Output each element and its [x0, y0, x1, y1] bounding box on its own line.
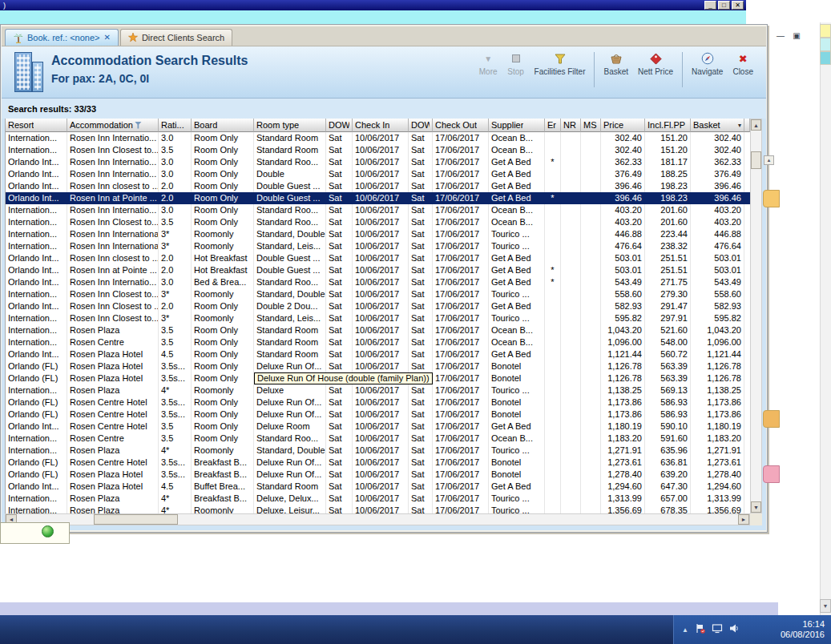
tab-close-icon[interactable]: ✕: [104, 34, 111, 42]
table-row[interactable]: Internation...Rosen Centre3.5Room OnlySt…: [6, 336, 750, 348]
column-header-basket[interactable]: Basket▾: [691, 119, 744, 132]
table-row[interactable]: Internation...Rosen Inn Closest to...3*R…: [6, 288, 750, 300]
table-row-selected[interactable]: Orlando Int...Rosen Inn at Pointe ...2.0…: [6, 192, 750, 204]
table-row[interactable]: Orlando Int...Rosen Inn Closest to ...2.…: [6, 300, 750, 312]
column-header-incl-fl-pp[interactable]: Incl.Fl.PP: [645, 119, 691, 132]
column-header-room-type[interactable]: Room type: [254, 119, 326, 132]
table-row[interactable]: Orlando (FL)Rosen Plaza Hotel3.5s...Room…: [6, 360, 750, 372]
table-row[interactable]: Internation...Rosen Inn International3*R…: [6, 228, 750, 240]
hidden-icons-chevron[interactable]: ▲: [682, 626, 688, 634]
speaker-icon[interactable]: [729, 622, 740, 637]
network-icon[interactable]: [712, 622, 723, 637]
table-cell: 543.49: [691, 276, 744, 288]
table-row[interactable]: Internation...Rosen Plaza4*RoomonlyStand…: [6, 445, 750, 457]
column-header-er[interactable]: Er: [545, 119, 561, 132]
table-cell: Sat: [409, 228, 433, 240]
table-row[interactable]: Internation...Rosen Plaza4*Breakfast B..…: [6, 493, 750, 505]
table-row[interactable]: Orlando Int...Rosen Plaza Hotel4.5Buffet…: [6, 481, 750, 493]
table-cell: [581, 192, 601, 204]
sticky-note-tab[interactable]: [820, 24, 831, 38]
close-window-button[interactable]: ✖ Close: [728, 49, 758, 79]
navigate-button[interactable]: Navigate: [687, 49, 728, 79]
table-cell: 503.01: [691, 252, 744, 264]
tab-direct-clients-search[interactable]: Direct Clients Search: [120, 29, 232, 46]
vertical-scroll-thumb[interactable]: [751, 151, 761, 169]
column-header-dow[interactable]: DOW: [326, 119, 353, 132]
maximize-button[interactable]: □: [718, 1, 730, 10]
table-row[interactable]: Internation...Rosen Inn Closest to...3.5…: [6, 216, 750, 228]
green-status-icon[interactable]: [42, 525, 54, 537]
table-row[interactable]: Orlando Int...Rosen Inn closest to ...2.…: [6, 180, 750, 192]
table-cell: 17/06/2017: [433, 396, 489, 409]
column-header-supplier[interactable]: Supplier: [489, 119, 545, 132]
tray-clock[interactable]: 16:14 06/08/2016: [781, 619, 825, 640]
table-cell: Rosen Centre Hotel: [67, 457, 159, 469]
column-header-accommodation[interactable]: Accommodation: [67, 119, 159, 132]
child-restore-icon[interactable]: ▣: [791, 31, 802, 42]
close-button[interactable]: ✕: [732, 1, 744, 10]
table-row[interactable]: Internation...Rosen Inn Internatio...3.0…: [6, 132, 750, 144]
tab-book-ref[interactable]: Book. ref.: <none> ✕: [5, 29, 119, 46]
column-header-dow[interactable]: DOW: [409, 119, 433, 132]
table-cell: Sat: [409, 505, 433, 513]
column-header-board[interactable]: Board: [192, 119, 254, 132]
column-header-check-out[interactable]: Check Out: [433, 119, 489, 132]
scroll-right-icon[interactable]: ►: [738, 514, 749, 525]
column-header-price[interactable]: Price: [601, 119, 645, 132]
table-cell: Sat: [326, 421, 353, 433]
table-row[interactable]: Internation...Rosen Inn International3*R…: [6, 240, 750, 252]
table-row[interactable]: Internation...Rosen Plaza4*RoomonlyDelux…: [6, 384, 750, 396]
column-header-ms[interactable]: MS: [581, 119, 601, 132]
horizontal-scroll-thumb[interactable]: [94, 514, 178, 525]
scroll-up-icon[interactable]: ▲: [751, 119, 761, 131]
table-row[interactable]: Orlando (FL)Rosen Centre Hotel3.5s...Roo…: [6, 396, 750, 409]
nett-price-button[interactable]: Nett Price: [633, 49, 678, 79]
sticky-note-tab[interactable]: [820, 38, 831, 51]
minimize-button[interactable]: _: [704, 1, 716, 10]
table-row[interactable]: Orlando Int...Rosen Inn Internatio...3.0…: [6, 168, 750, 180]
table-row[interactable]: Orlando Int...Rosen Centre Hotel3.5Room …: [6, 421, 750, 433]
table-row[interactable]: Orlando Int...Rosen Inn at Pointe ...2.0…: [6, 264, 750, 276]
side-sticky-tab[interactable]: [763, 410, 780, 428]
column-header-rati[interactable]: Rati...: [159, 119, 192, 132]
child-minimize-icon[interactable]: —: [775, 31, 786, 42]
table-row[interactable]: Internation...Rosen Centre3.5Room OnlySt…: [6, 433, 750, 445]
table-row[interactable]: Internation...Rosen Inn Internatio...3.0…: [6, 204, 750, 216]
column-header-nr[interactable]: NR: [561, 119, 581, 132]
basket-button[interactable]: Basket: [599, 49, 633, 79]
table-row[interactable]: Orlando Int...Rosen Inn closest to ...2.…: [6, 252, 750, 264]
table-row[interactable]: Orlando (FL)Rosen Centre Hotel3.5s...Bre…: [6, 457, 750, 469]
table-row[interactable]: Internation...Rosen Inn Closest to...3*R…: [6, 312, 750, 324]
facilities-filter-label: Facilities Filter: [535, 67, 586, 76]
facilities-filter-button[interactable]: Facilities Filter: [530, 49, 591, 79]
desktop-scrollbar[interactable]: [820, 22, 831, 615]
table-row[interactable]: Orlando (FL)Rosen Centre Hotel3.5s...Roo…: [6, 409, 750, 421]
table-row[interactable]: Internation...Rosen Plaza3.5Room OnlySta…: [6, 324, 750, 336]
table-row[interactable]: Orlando Int...Rosen Inn Internatio...3.0…: [6, 276, 750, 288]
table-row[interactable]: Orlando Int...Rosen Plaza Hotel4.5Room O…: [6, 348, 750, 360]
table-cell: 297.91: [645, 312, 691, 324]
column-header-resort[interactable]: Resort: [6, 119, 67, 132]
side-sticky-tab[interactable]: [763, 190, 780, 207]
table-row[interactable]: Internation...Rosen Inn Closest to...3.5…: [6, 144, 750, 156]
table-cell: Bonotel: [489, 409, 545, 421]
table-row[interactable]: Orlando Int...Rosen Inn Internatio...3.0…: [6, 156, 750, 168]
side-scroll-up-icon[interactable]: ▲: [764, 155, 774, 165]
desktop-scroll-down-icon[interactable]: ▼: [820, 599, 831, 613]
table-row[interactable]: Internation...Rosen Plaza4*RoomonlyDelux…: [6, 505, 750, 513]
table-row[interactable]: Orlando (FL)Rosen Plaza Hotel3.5s...Brea…: [6, 469, 750, 481]
action-center-flag-icon[interactable]: [695, 622, 705, 637]
column-header-check-in[interactable]: Check In: [353, 119, 409, 132]
sticky-note-tab[interactable]: [820, 51, 831, 65]
vertical-scrollbar[interactable]: ▲ ▼: [750, 119, 762, 513]
table-cell: Deluxe, Delux...: [254, 493, 326, 505]
filter-funnel-icon[interactable]: [135, 122, 142, 129]
table-cell: Sat: [326, 264, 353, 276]
table-cell: 1,138.25: [691, 384, 744, 396]
table-cell: Ocean B...: [489, 324, 545, 336]
table-cell: Roomonly: [192, 228, 254, 240]
table-cell: Double: [254, 168, 326, 180]
scroll-down-icon[interactable]: ▼: [751, 501, 761, 513]
horizontal-scrollbar[interactable]: ◄ ►: [5, 513, 750, 525]
side-sticky-tab[interactable]: [763, 465, 780, 483]
